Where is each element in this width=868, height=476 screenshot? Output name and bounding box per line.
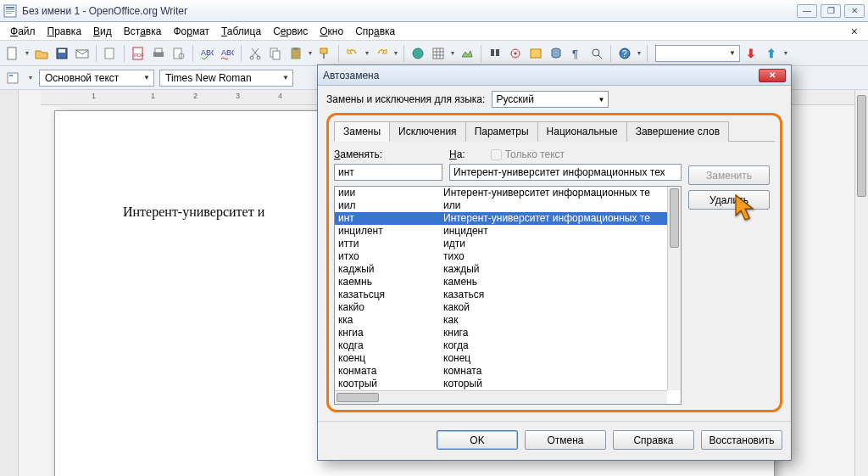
paragraph-style-combo[interactable]: Основной текст▼ — [39, 70, 154, 87]
pdf-icon[interactable]: PDF — [129, 44, 147, 63]
list-row[interactable]: какйокакой — [335, 301, 667, 314]
font-name-combo[interactable]: Times New Roman▼ — [159, 70, 293, 87]
tab-options[interactable]: Параметры — [465, 121, 538, 142]
list-row[interactable]: иттиидти — [335, 238, 667, 250]
list-row[interactable]: иилили — [335, 199, 667, 212]
with-input[interactable] — [449, 164, 682, 181]
new-dropdown[interactable]: ▼ — [24, 50, 31, 56]
list-row[interactable]: иииИнтерент-университет информационных т… — [335, 187, 667, 199]
menu-insert[interactable]: Вставка — [119, 24, 167, 39]
ok-button[interactable]: OK — [437, 430, 518, 450]
save-icon[interactable] — [53, 44, 71, 63]
tab-exceptions[interactable]: Исключения — [389, 121, 466, 142]
styles-dropdown[interactable]: ▼ — [27, 75, 34, 81]
menu-edit[interactable]: Правка — [42, 24, 87, 39]
doc-close-icon[interactable]: × — [846, 25, 863, 38]
close-button[interactable]: ✕ — [844, 4, 865, 18]
styles-icon[interactable] — [3, 69, 22, 87]
replace-button[interactable]: Заменить — [688, 165, 770, 185]
svg-rect-4 — [6, 13, 12, 14]
reset-button[interactable]: Восстановить — [701, 430, 782, 450]
delete-button[interactable]: Удалить — [688, 190, 770, 210]
tab-replace[interactable]: Замены — [334, 121, 390, 142]
list-row[interactable]: кнгиакнига — [335, 327, 667, 339]
navigator-icon[interactable] — [506, 44, 525, 63]
replace-input[interactable] — [334, 164, 442, 181]
list-row[interactable]: интИнтерент-университет информационных т… — [335, 212, 667, 225]
svg-rect-38 — [8, 73, 18, 83]
list-row[interactable]: конматакомната — [335, 365, 667, 378]
nonprint-icon[interactable]: ¶ — [567, 44, 586, 63]
list-row[interactable]: казатьсцяказаться — [335, 288, 667, 301]
menu-window[interactable]: Окно — [314, 24, 348, 39]
list-vscroll[interactable] — [667, 187, 681, 390]
cancel-button[interactable]: Отмена — [525, 430, 606, 450]
menu-file[interactable]: Файл — [5, 24, 41, 39]
svg-point-31 — [515, 52, 517, 54]
svg-rect-29 — [496, 49, 499, 56]
dialog-close-button[interactable]: ✕ — [759, 69, 786, 82]
autospell-icon[interactable]: ABC — [218, 44, 236, 63]
list-row[interactable]: ккакак — [335, 314, 667, 327]
dialog-titlebar[interactable]: Автозамена ✕ — [318, 65, 791, 86]
print-icon[interactable] — [149, 44, 168, 63]
tab-localized[interactable]: Национальные — [537, 121, 627, 142]
datasource-icon[interactable] — [547, 44, 565, 63]
zoom-icon[interactable] — [587, 44, 606, 63]
menu-format[interactable]: Формат — [168, 24, 214, 39]
paste-dropdown[interactable]: ▼ — [307, 50, 314, 56]
arrow-up-icon[interactable]: ⬆ — [762, 44, 781, 63]
open-icon[interactable] — [32, 44, 51, 63]
replacement-list[interactable]: иииИнтерент-университет информационных т… — [334, 186, 682, 405]
menu-table[interactable]: Таблица — [216, 24, 266, 39]
with-label: На: — [449, 148, 465, 160]
spellcheck-icon[interactable]: ABC — [198, 44, 216, 63]
help-button[interactable]: Справка — [613, 430, 694, 450]
find-icon[interactable] — [486, 44, 504, 63]
cut-icon[interactable] — [246, 44, 264, 63]
table-icon[interactable] — [429, 44, 448, 63]
edit-icon[interactable] — [101, 44, 120, 63]
list-row[interactable]: коотрыйкоторый — [335, 378, 667, 390]
maximize-button[interactable]: ❐ — [821, 4, 841, 18]
list-hscroll[interactable] — [335, 390, 667, 404]
help-icon[interactable]: ? — [615, 44, 634, 63]
tab-wordcompletion[interactable]: Завершение слов — [626, 121, 729, 142]
table-dropdown[interactable]: ▼ — [449, 50, 456, 56]
only-text-checkbox[interactable]: Только текст — [491, 148, 565, 160]
arrow-down-icon[interactable]: ⬇ — [742, 44, 760, 63]
menu-help[interactable]: Справка — [350, 24, 400, 39]
list-row[interactable]: итхотихо — [335, 250, 667, 263]
language-combo[interactable]: Русский ▼ — [492, 91, 609, 108]
svg-rect-24 — [320, 48, 327, 53]
svg-text:ABC: ABC — [201, 48, 214, 57]
show-draw-icon[interactable] — [458, 44, 476, 63]
list-row[interactable]: коенцконец — [335, 352, 667, 365]
format-paint-icon[interactable] — [315, 44, 334, 63]
list-row[interactable]: каемнькамень — [335, 276, 667, 288]
svg-rect-9 — [105, 48, 114, 59]
vertical-scrollbar[interactable] — [854, 90, 868, 476]
gallery-icon[interactable] — [526, 44, 545, 63]
more-dropdown[interactable]: ▼ — [636, 50, 643, 56]
list-row[interactable]: каджыйкаждый — [335, 263, 667, 276]
email-icon[interactable] — [73, 44, 92, 63]
redo-icon[interactable] — [372, 44, 391, 63]
copy-icon[interactable] — [266, 44, 285, 63]
minimize-button[interactable]: — — [797, 4, 817, 18]
paste-icon[interactable] — [287, 44, 305, 63]
style-selector-icon[interactable]: ▼ — [655, 45, 740, 62]
list-row[interactable]: инцилентинцидент — [335, 225, 667, 238]
undo-dropdown[interactable]: ▼ — [364, 50, 370, 56]
dialog-footer: OK Отмена Справка Восстановить — [318, 421, 791, 460]
menu-view[interactable]: Вид — [88, 24, 117, 39]
hyperlink-icon[interactable] — [409, 44, 427, 63]
redo-dropdown[interactable]: ▼ — [392, 50, 399, 56]
paragraph-style-value: Основной текст — [45, 72, 119, 84]
undo-icon[interactable] — [343, 44, 362, 63]
toolbar-overflow[interactable]: ▼ — [782, 50, 789, 56]
list-row[interactable]: кодгакогда — [335, 339, 667, 352]
new-icon[interactable] — [3, 44, 22, 63]
preview-icon[interactable] — [170, 44, 188, 63]
menu-tools[interactable]: Сервис — [268, 24, 313, 39]
